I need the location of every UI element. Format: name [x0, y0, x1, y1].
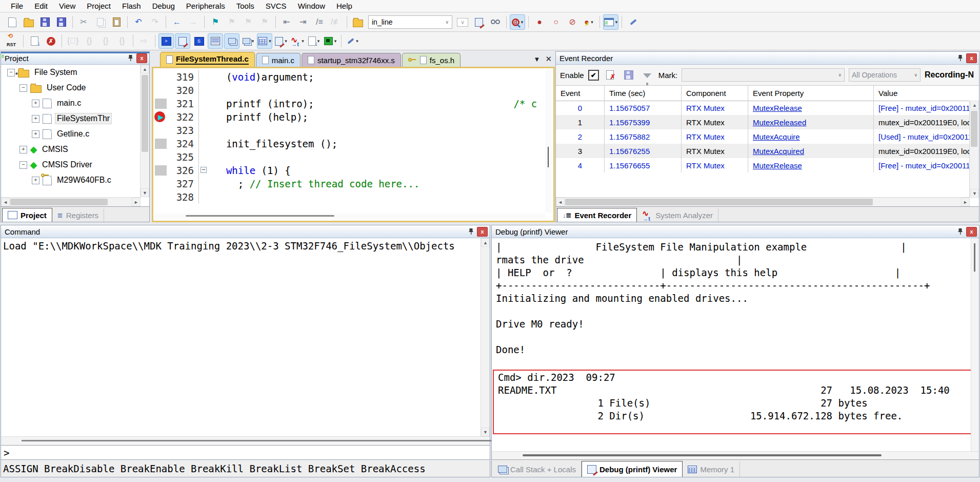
command-v-scrollbar[interactable]: ▲▼	[481, 238, 490, 436]
event-row-3[interactable]: 31.15676255RTX MutexMutexAcquiredmutex_i…	[556, 144, 970, 158]
debug-viewer-h-scrollbar[interactable]	[492, 451, 979, 459]
mark-combobox[interactable]: ∨	[682, 68, 845, 82]
menu-view[interactable]: View	[53, 2, 81, 10]
event-property-link[interactable]: MutexAcquire	[748, 129, 874, 144]
undo-button[interactable]: ↶	[131, 14, 146, 30]
menu-edit[interactable]: Edit	[29, 2, 53, 10]
window-layout-button[interactable]: ▾	[603, 14, 618, 30]
editor-v-scrollbar[interactable]	[545, 70, 552, 213]
paste-button[interactable]	[109, 14, 124, 30]
tree-item-getline-c[interactable]: +Getline.c	[1, 126, 149, 142]
pin-icon[interactable]	[956, 54, 964, 62]
column-header-value[interactable]: Value	[874, 86, 979, 101]
menu-tools[interactable]: Tools	[231, 2, 260, 10]
cut-button[interactable]: ✂	[76, 14, 91, 30]
menu-svcs[interactable]: SVCS	[260, 2, 292, 10]
pin-icon[interactable]	[467, 227, 475, 236]
event-row-2[interactable]: 21.15675882RTX MutexMutexAcquire[Used] -…	[556, 129, 970, 144]
kill-all-breakpoints-button[interactable]: ●✗▾	[581, 14, 596, 30]
run-button[interactable]: ⇨	[136, 33, 152, 49]
tab-registers[interactable]: ≣Registers	[52, 208, 104, 222]
copy-button[interactable]	[92, 14, 108, 30]
column-header-event-property[interactable]: Event Property	[748, 86, 874, 101]
memory-window-button[interactable]: ▾	[257, 33, 272, 49]
tree-item-file-system[interactable]: −*File System	[1, 65, 149, 80]
registers-window-button[interactable]	[208, 33, 223, 49]
toolbox-button[interactable]: ▾	[345, 33, 360, 49]
command-input[interactable]: >	[1, 445, 490, 459]
table-v-scrollbar[interactable]: ▲▼	[969, 101, 979, 198]
menu-help[interactable]: Help	[331, 2, 358, 10]
editor-tab-main-c[interactable]: main.c	[256, 53, 301, 67]
tree-item-cmsis-driver[interactable]: −◆CMSIS Driver	[1, 157, 149, 172]
tree-item-filesystemthr[interactable]: +FileSystemThr	[1, 111, 149, 126]
editor-tab-filesystemthread-c[interactable]: FileSystemThread.c	[160, 52, 255, 67]
column-header-component[interactable]: Component	[682, 86, 748, 101]
menu-peripherals[interactable]: Peripherals	[181, 2, 231, 10]
uncomment-button[interactable]: /≢	[328, 14, 344, 30]
column-header-event[interactable]: Event	[556, 86, 605, 101]
bookmark-next-button[interactable]: ⚑	[241, 14, 256, 30]
menu-debug[interactable]: Debug	[147, 2, 181, 10]
pin-icon[interactable]	[956, 227, 964, 236]
collapse-icon[interactable]: −	[7, 69, 15, 76]
tree-item-cmsis[interactable]: +◆CMSIS	[1, 142, 149, 157]
reset-cpu-button[interactable]	[5, 33, 20, 49]
event-row-1[interactable]: 11.15675399RTX MutexMutexReleasedmutex_i…	[556, 115, 970, 129]
event-row-4[interactable]: 41.15676655RTX MutexMutexRelease[Free] -…	[556, 158, 970, 172]
editor-tab-startup-stm32f746xx-s[interactable]: startup_stm32f746xx.s	[302, 53, 401, 67]
column-header-time-sec-[interactable]: Time (sec)	[605, 86, 682, 101]
menu-project[interactable]: Project	[81, 2, 116, 10]
save-events-button[interactable]	[622, 68, 636, 82]
editor-h-scrollbar[interactable]	[155, 214, 545, 219]
tab-system-analyzer[interactable]: System Analyzer	[637, 208, 718, 222]
call-stack-window-button[interactable]	[224, 33, 239, 49]
symbol-window-button[interactable]: S	[191, 33, 207, 49]
event-property-link[interactable]: MutexRelease	[748, 158, 874, 172]
close-icon[interactable]: x	[477, 227, 488, 237]
event-property-link[interactable]: MutexReleased	[748, 115, 874, 129]
command-output[interactable]: Load "E:\\MDKWorkSpace\\MDK Trainging 20…	[1, 238, 490, 436]
step-over-button[interactable]: {}	[82, 33, 97, 49]
bookmark-previous-button[interactable]: ⚑	[224, 14, 239, 30]
tab-project[interactable]: Project	[2, 208, 52, 222]
bookmark-clear-all-button[interactable]: ⚑	[257, 14, 272, 30]
disable-all-breakpoints-button[interactable]: ⊘	[565, 14, 580, 30]
expand-icon[interactable]: +	[32, 177, 39, 184]
comment-button[interactable]: /≡	[312, 14, 327, 30]
disassembly-window-button[interactable]	[175, 33, 190, 49]
command-h-scrollbar[interactable]	[1, 436, 490, 445]
enable-disable-breakpoint-button[interactable]: ○	[548, 14, 564, 30]
insert-trace-point-button[interactable]	[27, 33, 42, 49]
tab-list-icon[interactable]: ▼	[534, 55, 541, 63]
tab-debug-printf-viewer[interactable]: Debug (printf) Viewer	[582, 461, 683, 477]
editor-tab-fs-os-h[interactable]: fs_os.h	[402, 53, 461, 67]
save-all-button[interactable]	[54, 14, 69, 30]
expand-icon[interactable]: +	[32, 115, 39, 123]
new-file-button[interactable]	[5, 14, 20, 30]
start-stop-debug-button[interactable]: d▾	[510, 14, 525, 30]
indent-button[interactable]: ⇥	[295, 14, 311, 30]
expand-icon[interactable]: +	[32, 130, 39, 138]
save-button[interactable]	[37, 14, 53, 30]
trace-window-button[interactable]: ▾	[306, 33, 322, 49]
project-v-scrollbar[interactable]: ▲▼	[140, 65, 149, 197]
unindent-button[interactable]: ⇤	[279, 14, 294, 30]
navigate-forward-button[interactable]: →	[186, 14, 201, 30]
collapse-icon[interactable]: −	[19, 161, 27, 169]
close-icon[interactable]: x	[966, 53, 977, 63]
watch-window-button[interactable]: ▾	[241, 33, 256, 49]
editor-code-area[interactable]: 319 (void)argument;320321 printf (intro)…	[153, 70, 545, 213]
event-row-0[interactable]: 01.15675057RTX MutexMutexRelease[Free] -…	[556, 101, 970, 115]
close-icon[interactable]: x	[966, 227, 977, 237]
serial-window-button[interactable]: ▾	[273, 33, 289, 49]
configure-target-button[interactable]	[625, 14, 641, 30]
close-icon[interactable]: x	[136, 53, 147, 63]
tree-item-m29w640fb-c[interactable]: +M29W640FB.c	[1, 172, 149, 188]
bookmark-toggle-button[interactable]: ⚑	[208, 14, 223, 30]
close-document-icon[interactable]: ✕	[545, 54, 552, 64]
analysis-window-button[interactable]: ▾	[290, 33, 305, 49]
tree-item-user-code[interactable]: −User Code	[1, 80, 149, 95]
tree-item-main-c[interactable]: +main.c	[1, 95, 149, 111]
system-viewer-button[interactable]: ▾	[323, 33, 338, 49]
